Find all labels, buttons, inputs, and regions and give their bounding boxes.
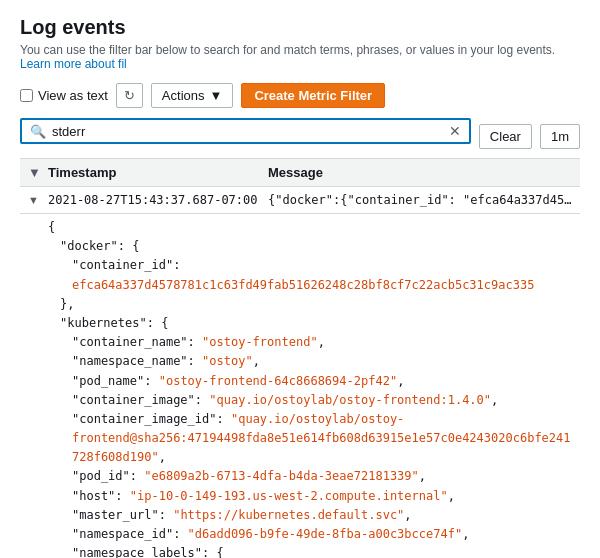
actions-button[interactable]: Actions ▼ [151, 83, 234, 108]
timestamp-col-header[interactable]: Timestamp [48, 165, 268, 180]
refresh-icon: ↻ [124, 88, 135, 103]
clear-button[interactable]: Clear [479, 124, 532, 149]
expanded-log-content: { "docker": { "container_id": efca64a337… [20, 214, 580, 558]
row-timestamp: 2021-08-27T15:43:37.687-07:00 [48, 193, 268, 207]
view-as-text-checkbox[interactable] [20, 89, 33, 102]
message-col-header: Message [268, 165, 572, 180]
expand-col-header: ▼ [28, 165, 48, 180]
toolbar: View as text ↻ Actions ▼ Create Metric F… [20, 83, 580, 108]
row-expand-button[interactable]: ▼ [28, 194, 48, 206]
search-bar: 🔍 ✕ [20, 118, 471, 144]
refresh-button[interactable]: ↻ [116, 83, 143, 108]
search-input[interactable] [52, 124, 441, 139]
search-icon: 🔍 [30, 124, 46, 139]
filter-row: 🔍 ✕ Clear 1m [20, 118, 580, 154]
page-title: Log events [20, 16, 580, 39]
docker-container-id: efca64a337d4578781c1c63fd49fab51626248c2… [72, 278, 534, 292]
chevron-down-icon: ▼ [210, 88, 223, 103]
table-row: ▼ 2021-08-27T15:43:37.687-07:00 {"docker… [20, 187, 580, 214]
sort-icon: ▼ [28, 165, 41, 180]
time-range-button[interactable]: 1m [540, 124, 580, 149]
row-message: {"docker":{"container_id": "efca64a337d4… [268, 193, 572, 207]
page-subtitle: You can use the filter bar below to sear… [20, 43, 580, 71]
create-metric-filter-button[interactable]: Create Metric Filter [241, 83, 385, 108]
learn-more-link[interactable]: Learn more about fil [20, 57, 127, 71]
view-as-text-label[interactable]: View as text [20, 88, 108, 103]
table-header: ▼ Timestamp Message [20, 159, 580, 187]
log-events-table: ▼ Timestamp Message ▼ 2021-08-27T15:43:3… [20, 158, 580, 558]
clear-search-icon[interactable]: ✕ [449, 123, 461, 139]
